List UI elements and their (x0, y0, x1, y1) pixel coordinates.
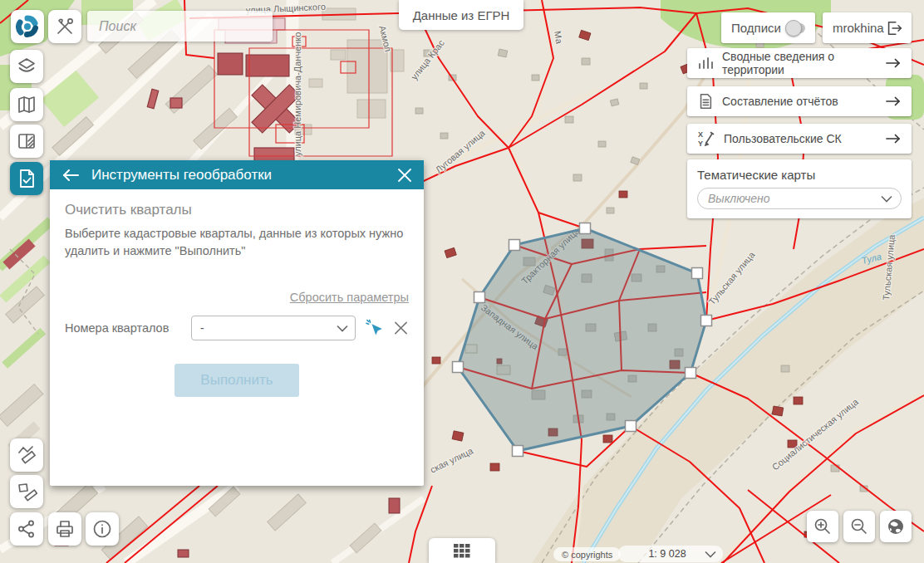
labels-toggle-switch[interactable] (788, 23, 805, 33)
map-icon (16, 94, 37, 115)
svg-text:X: X (698, 130, 703, 139)
summary-territory-label: Сводные сведения о территории (722, 50, 877, 76)
tools-button[interactable] (48, 10, 81, 43)
arrow-right-icon (885, 95, 902, 108)
svg-text:Y: Y (698, 140, 703, 148)
report-builder-label: Составление отчётов (722, 95, 877, 108)
polygon-handle[interactable] (509, 240, 520, 251)
scale-value: 1: 9 028 (630, 548, 705, 560)
logout-icon[interactable] (885, 19, 903, 37)
quarter-numbers-select[interactable]: - (191, 316, 356, 340)
username: mrokhina (833, 21, 884, 35)
tools-icon (55, 17, 75, 37)
chevron-down-icon (337, 325, 348, 332)
zoom-in-icon (813, 516, 833, 536)
measure-area-button[interactable] (10, 475, 43, 508)
chevron-down-icon (705, 551, 716, 558)
arrow-right-icon (885, 56, 902, 70)
quarter-numbers-row: Номера кварталов - (65, 316, 409, 340)
zoom-out-button[interactable] (843, 511, 875, 542)
measure-area-icon (16, 481, 37, 502)
table-grid-icon (454, 544, 470, 558)
bar-chart-icon (697, 55, 714, 71)
panel-body: Очистить кварталы Выберите кадастровые к… (50, 189, 424, 486)
sidebar-item-layers[interactable] (10, 50, 43, 83)
labels-toggle[interactable]: Подписи (721, 12, 815, 43)
chevron-down-icon (881, 195, 892, 203)
polygon-handle[interactable] (453, 362, 464, 373)
user-crs-button[interactable]: X Y Пользовательские СК (687, 124, 912, 154)
polygon-handle[interactable] (701, 316, 712, 326)
info-button[interactable] (86, 512, 119, 546)
close-icon[interactable] (397, 168, 412, 183)
tool-description: Выберите кадастровые кварталы, данные из… (65, 225, 414, 260)
app-logo-icon (16, 15, 39, 38)
quarter-numbers-label: Номера кварталов (65, 321, 191, 335)
pick-on-map-icon[interactable] (364, 317, 385, 339)
share-button[interactable] (10, 512, 43, 546)
execute-button[interactable]: Выполнить (174, 364, 299, 397)
document-check-icon (16, 168, 37, 189)
report-builder-button[interactable]: Составление отчётов (687, 86, 912, 116)
print-icon (54, 518, 76, 540)
polygon-handle[interactable] (580, 223, 591, 234)
layers-icon (16, 56, 37, 77)
print-button[interactable] (48, 512, 81, 546)
clear-field-icon[interactable] (393, 320, 409, 336)
report-icon (697, 93, 714, 110)
copyright-label: © copyrights (553, 547, 621, 561)
sidebar-item-compare[interactable] (10, 125, 43, 158)
measure-distance-button[interactable] (10, 438, 43, 472)
zoom-out-icon (849, 516, 869, 536)
thematic-maps-title: Тематические карты (697, 168, 902, 182)
scale-select[interactable]: 1: 9 028 (618, 546, 723, 562)
panel-title: Инструменты геообработки (91, 167, 386, 184)
measure-distance-icon (16, 444, 37, 466)
reset-parameters-link[interactable]: Сбросить параметры (290, 291, 409, 304)
attribute-table-button[interactable] (429, 538, 495, 563)
full-extent-button[interactable] (880, 511, 912, 542)
tool-section-title: Очистить кварталы (65, 202, 409, 218)
egrn-data-chip[interactable]: Данные из ЕГРН (399, 0, 523, 30)
info-icon (91, 518, 113, 540)
polygon-handle[interactable] (626, 421, 636, 432)
street-label: улица Немировича-Данченко (292, 32, 302, 156)
quarter-numbers-value: - (200, 321, 337, 335)
polygon-handle[interactable] (474, 292, 485, 303)
arrow-right-icon (885, 132, 902, 145)
compare-icon (16, 130, 37, 152)
thematic-maps-value: Выключено (708, 192, 881, 205)
search-input[interactable] (99, 19, 271, 34)
geoprocessing-panel: Инструменты геообработки Очистить кварта… (50, 160, 424, 486)
summary-territory-button[interactable]: Сводные сведения о территории (687, 48, 912, 78)
panel-header: Инструменты геообработки (50, 160, 424, 189)
app-logo-button[interactable] (11, 10, 44, 43)
back-arrow-icon[interactable] (61, 169, 80, 182)
polygon-handle[interactable] (686, 368, 696, 379)
toggle-knob (785, 20, 802, 37)
globe-icon (886, 516, 906, 536)
polygon-handle[interactable] (513, 446, 523, 457)
zoom-in-button[interactable] (807, 511, 838, 542)
thematic-maps-card: Тематические карты Выключено (687, 159, 912, 218)
search-bar[interactable] (87, 11, 273, 42)
sidebar-item-basemap[interactable] (10, 88, 43, 121)
share-icon (16, 518, 37, 540)
polygon-handle[interactable] (692, 268, 703, 279)
thematic-maps-select[interactable]: Выключено (697, 188, 902, 209)
labels-toggle-label: Подписи (731, 21, 781, 35)
sidebar-item-geoprocessing[interactable] (10, 162, 43, 195)
xy-pencil-icon: X Y (697, 130, 715, 148)
user-menu[interactable]: mrokhina (823, 12, 912, 43)
user-crs-label: Пользовательские СК (724, 132, 877, 145)
egrn-data-label: Данные из ЕГРН (413, 8, 510, 22)
